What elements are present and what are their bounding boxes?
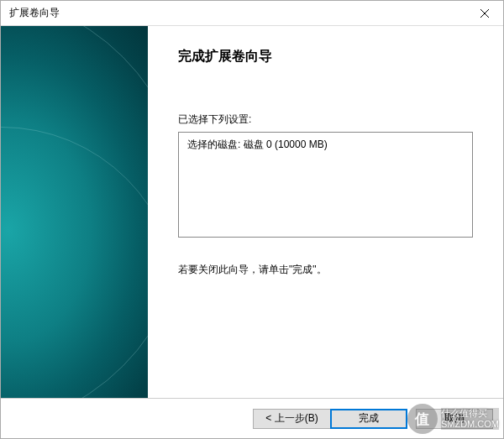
wizard-body: 完成扩展卷向导 已选择下列设置: 选择的磁盘: 磁盘 0 (10000 MB) …: [1, 26, 503, 398]
settings-label: 已选择下列设置:: [178, 112, 473, 127]
settings-listbox[interactable]: 选择的磁盘: 磁盘 0 (10000 MB): [178, 132, 473, 238]
wizard-sidebar-graphic: [1, 26, 148, 398]
close-button[interactable]: [465, 1, 503, 26]
titlebar: 扩展卷向导: [1, 1, 503, 26]
instruction-text: 若要关闭此向导，请单击"完成"。: [178, 263, 473, 277]
wizard-content: 完成扩展卷向导 已选择下列设置: 选择的磁盘: 磁盘 0 (10000 MB) …: [148, 26, 503, 398]
finish-button[interactable]: 完成: [330, 409, 407, 429]
cancel-button[interactable]: 取消: [416, 409, 493, 429]
close-icon: [480, 9, 489, 18]
settings-line: 选择的磁盘: 磁盘 0 (10000 MB): [187, 138, 464, 152]
page-heading: 完成扩展卷向导: [178, 48, 473, 65]
back-button[interactable]: < 上一步(B): [253, 409, 330, 429]
wizard-footer: < 上一步(B) 完成 取消: [1, 398, 503, 438]
window-title: 扩展卷向导: [9, 6, 60, 20]
wizard-window: 扩展卷向导 完成扩展卷向导 已选择下列设置: 选择的磁盘: 磁盘 0 (1000…: [0, 0, 504, 439]
